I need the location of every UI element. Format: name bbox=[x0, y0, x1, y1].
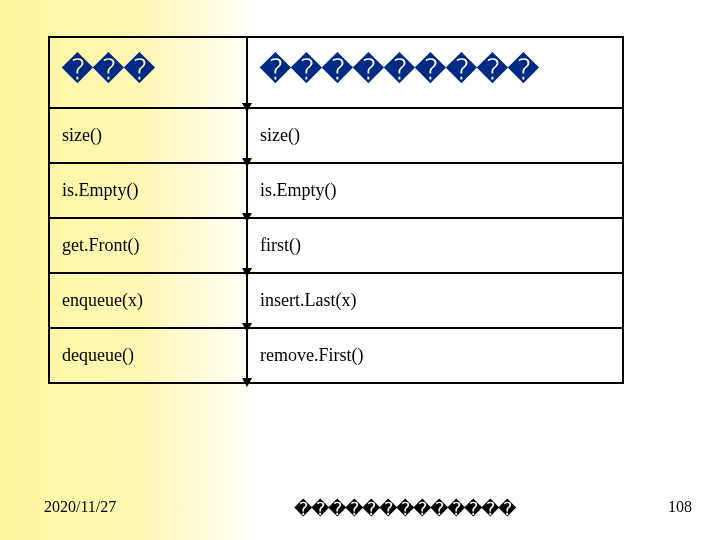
slide-footer: 2020/11/27 ������������� 108 bbox=[0, 498, 720, 516]
footer-date: 2020/11/27 bbox=[44, 498, 116, 516]
slide: ��� ��������� size() size() is.Empty() i… bbox=[0, 0, 720, 540]
list-method: size() bbox=[248, 109, 624, 162]
method-mapping-table: ��� ��������� size() size() is.Empty() i… bbox=[48, 36, 624, 384]
list-method: is.Empty() bbox=[248, 164, 624, 217]
footer-center-text: ������������� bbox=[294, 498, 515, 520]
queue-method: dequeue() bbox=[50, 329, 248, 382]
list-method: insert.Last(x) bbox=[248, 274, 624, 327]
table-row: enqueue(x) insert.Last(x) bbox=[50, 274, 622, 329]
table-header-row: ��� ��������� bbox=[50, 38, 622, 109]
table-row: is.Empty() is.Empty() bbox=[50, 164, 622, 219]
table-row: size() size() bbox=[50, 109, 622, 164]
list-method: first() bbox=[248, 219, 624, 272]
queue-method: enqueue(x) bbox=[50, 274, 248, 327]
header-col2: ��������� bbox=[248, 38, 624, 107]
queue-method: is.Empty() bbox=[50, 164, 248, 217]
table-row: dequeue() remove.First() bbox=[50, 329, 622, 384]
queue-method: get.Front() bbox=[50, 219, 248, 272]
list-method: remove.First() bbox=[248, 329, 624, 382]
header-col1: ��� bbox=[50, 38, 248, 107]
table-row: get.Front() first() bbox=[50, 219, 622, 274]
queue-method: size() bbox=[50, 109, 248, 162]
footer-page-number: 108 bbox=[668, 498, 692, 516]
